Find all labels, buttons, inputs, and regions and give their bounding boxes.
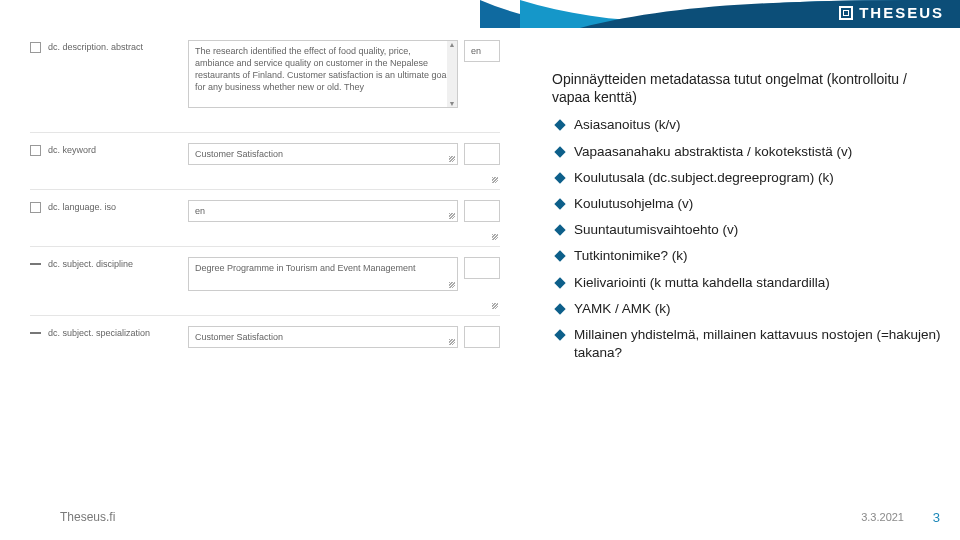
metadata-form: dc. description. abstract The research i… (30, 30, 500, 358)
content-heading: Opinnäytteiden metadatassa tutut ongelma… (552, 70, 942, 106)
field-label: dc. language. iso (48, 200, 188, 212)
specialization-input[interactable]: Customer Satisfaction (188, 326, 458, 348)
form-row-abstract: dc. description. abstract The research i… (30, 30, 500, 132)
abstract-value: The research identified the effect of fo… (195, 46, 449, 92)
checkbox[interactable] (30, 40, 48, 53)
list-item: Koulutusohjelma (v) (552, 195, 942, 213)
form-row-discipline: dc. subject. discipline Degree Programme… (30, 246, 500, 315)
bullet-list: Asiasanoitus (k/v) Vapaasanahaku abstrak… (552, 116, 942, 362)
resize-handle-icon[interactable] (447, 211, 455, 219)
aux-input[interactable] (464, 257, 500, 279)
list-item: Millainen yhdistelmä, millainen kattavuu… (552, 326, 942, 362)
resize-handle-icon[interactable] (490, 232, 498, 240)
footer-page-number: 3 (933, 510, 940, 525)
list-item: Kielivariointi (k mutta kahdella standar… (552, 274, 942, 292)
abstract-textarea[interactable]: The research identified the effect of fo… (188, 40, 458, 108)
specialization-value: Customer Satisfaction (195, 332, 283, 342)
slide-footer: Theseus.fi 3.3.2021 3 (0, 510, 960, 524)
list-item: YAMK / AMK (k) (552, 300, 942, 318)
brand-name: THESEUS (859, 4, 944, 21)
discipline-value: Degree Programme in Tourism and Event Ma… (195, 263, 415, 273)
resize-handle-icon[interactable] (490, 301, 498, 309)
checkbox[interactable] (30, 200, 48, 213)
list-item: Asiasanoitus (k/v) (552, 116, 942, 134)
language-iso-input[interactable]: en (188, 200, 458, 222)
resize-handle-icon[interactable] (447, 154, 455, 162)
list-item: Tutkintonimike? (k) (552, 247, 942, 265)
language-value: en (471, 46, 481, 56)
footer-site: Theseus.fi (60, 510, 115, 524)
aux-input[interactable] (464, 143, 500, 165)
scrollbar[interactable]: ▲ ▼ (447, 41, 457, 107)
resize-handle-icon[interactable] (490, 175, 498, 183)
brand-logo-icon (839, 6, 853, 20)
reorder-handle[interactable] (30, 326, 48, 334)
field-label: dc. subject. specialization (48, 326, 188, 338)
aux-input[interactable] (464, 326, 500, 348)
resize-handle-icon[interactable] (447, 337, 455, 345)
list-item: Suuntautumisvaihtoehto (v) (552, 221, 942, 239)
list-item: Koulutusala (dc.subject.degreeprogram) (… (552, 169, 942, 187)
discipline-input[interactable]: Degree Programme in Tourism and Event Ma… (188, 257, 458, 291)
checkbox[interactable] (30, 143, 48, 156)
field-label: dc. keyword (48, 143, 188, 155)
brand: THESEUS (839, 4, 944, 21)
keyword-input[interactable]: Customer Satisfaction (188, 143, 458, 165)
language-iso-value: en (195, 206, 205, 216)
slide-header: THESEUS (0, 0, 960, 28)
keyword-value: Customer Satisfaction (195, 149, 283, 159)
aux-input[interactable] (464, 200, 500, 222)
field-label: dc. subject. discipline (48, 257, 188, 269)
scroll-up-icon[interactable]: ▲ (449, 41, 456, 48)
content-block: Opinnäytteiden metadatassa tutut ongelma… (552, 70, 942, 371)
form-row-specialization: dc. subject. specialization Customer Sat… (30, 315, 500, 358)
form-row-keyword: dc. keyword Customer Satisfaction (30, 132, 500, 189)
footer-date: 3.3.2021 (861, 511, 904, 523)
language-input[interactable]: en (464, 40, 500, 62)
form-row-language: dc. language. iso en (30, 189, 500, 246)
field-label: dc. description. abstract (48, 40, 188, 52)
scroll-down-icon[interactable]: ▼ (449, 100, 456, 107)
reorder-handle[interactable] (30, 257, 48, 265)
list-item: Vapaasanahaku abstraktista / kokotekstis… (552, 143, 942, 161)
slide: THESEUS dc. description. abstract The re… (0, 0, 960, 540)
resize-handle-icon[interactable] (447, 280, 455, 288)
